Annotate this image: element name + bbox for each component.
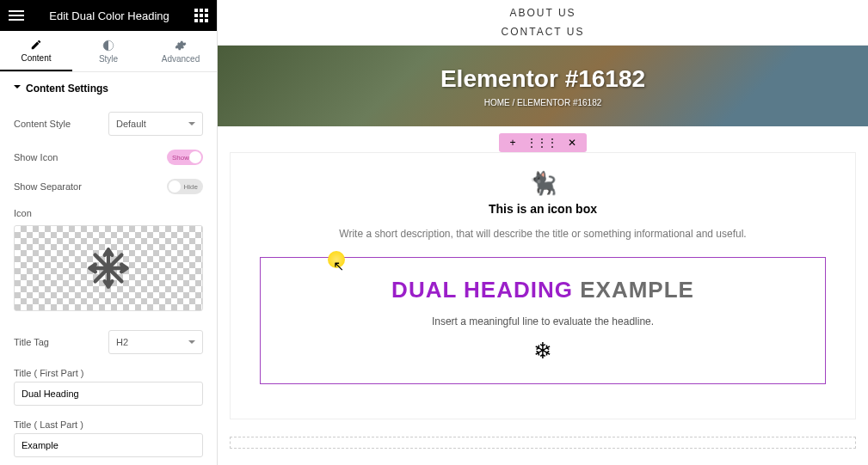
row-content-style: Content Style Default	[0, 105, 217, 143]
widgets-grid-icon[interactable]	[194, 9, 208, 22]
site-nav: ABOUT US CONTACT US	[218, 0, 868, 46]
snowflake-icon	[86, 246, 131, 291]
cursor-icon: ↖	[333, 258, 344, 274]
add-section-button[interactable]: +	[509, 137, 515, 149]
snowflake-icon: ❄	[280, 338, 806, 364]
show-icon-label: Show Icon	[14, 152, 167, 162]
hero-title: Elementor #16182	[440, 65, 645, 93]
icon-chooser[interactable]	[14, 225, 203, 311]
panel-tabs: Content Style Advanced	[0, 31, 217, 72]
tab-content[interactable]: Content	[0, 31, 72, 71]
icon-label: Icon	[0, 201, 217, 225]
icon-box-description: Write a short description, that will des…	[248, 228, 838, 240]
title-tag-select[interactable]: H2	[108, 330, 203, 354]
editor-sidebar: Edit Dual Color Heading Content Style Ad…	[0, 0, 218, 465]
crumb-home[interactable]: HOME	[484, 98, 510, 107]
show-icon-toggle[interactable]: Show	[167, 150, 203, 165]
dual-heading-subtitle: Insert a meaningful line to evaluate the…	[280, 315, 806, 327]
nav-contact[interactable]: CONTACT US	[218, 22, 868, 41]
show-separator-label: Show Separator	[14, 181, 167, 192]
section-toolbar: + ⋮⋮⋮ ✕	[499, 133, 586, 152]
nav-about[interactable]: ABOUT US	[218, 3, 868, 22]
title-first-label: Title ( First Part )	[0, 361, 217, 382]
title-first-input[interactable]	[14, 382, 203, 406]
menu-icon[interactable]	[9, 10, 24, 21]
delete-section-button[interactable]: ✕	[568, 137, 576, 149]
breadcrumb: HOME / ELEMENTOR #16182	[484, 98, 602, 107]
dual-heading-text: DUAL HEADING EXAMPLE	[280, 277, 806, 303]
cat-icon: 🐈‍⬛	[248, 170, 838, 197]
content-style-select[interactable]: Default	[108, 112, 203, 136]
tab-advanced[interactable]: Advanced	[145, 31, 217, 71]
section-content-settings[interactable]: Content Settings	[0, 72, 217, 105]
crumb-current: ELEMENTOR #16182	[517, 98, 601, 107]
half-circle-icon	[102, 40, 114, 52]
chevron-down-icon	[188, 122, 195, 129]
chevron-down-icon	[188, 340, 195, 347]
title-last-label: Title ( Last Part )	[0, 413, 217, 433]
dual-heading-first: DUAL HEADING	[391, 277, 573, 303]
section-handle: + ⋮⋮⋮ ✕	[218, 133, 868, 152]
preview-area: ABOUT US CONTACT US Elementor #16182 HOM…	[218, 0, 868, 465]
row-show-icon: Show Icon Show	[0, 143, 217, 172]
tab-style[interactable]: Style	[72, 31, 145, 71]
title-last-input[interactable]	[14, 433, 203, 457]
show-separator-toggle[interactable]: Hide	[167, 179, 203, 194]
pencil-icon	[30, 39, 42, 51]
dual-heading-second: EXAMPLE	[580, 277, 694, 303]
caret-down-icon	[14, 85, 21, 92]
content-style-label: Content Style	[14, 119, 108, 129]
icon-box-widget[interactable]: 🐈‍⬛ This is an icon box Write a short de…	[230, 152, 856, 419]
drag-section-handle[interactable]: ⋮⋮⋮	[526, 137, 557, 149]
dual-heading-widget[interactable]: ↖ DUAL HEADING EXAMPLE Insert a meaningf…	[260, 257, 826, 384]
header-bar: Edit Dual Color Heading	[0, 0, 217, 31]
icon-box-title: This is an icon box	[248, 202, 838, 216]
empty-section-placeholder[interactable]	[230, 437, 856, 449]
controls-panel: Content Settings Content Style Default S…	[0, 72, 217, 465]
header-title: Edit Dual Color Heading	[24, 9, 194, 22]
row-show-separator: Show Separator Hide	[0, 172, 217, 201]
gear-icon	[175, 40, 187, 52]
title-tag-label: Title Tag	[14, 337, 108, 347]
row-title-tag: Title Tag H2	[0, 323, 217, 361]
hero-banner: Elementor #16182 HOME / ELEMENTOR #16182	[218, 46, 868, 126]
